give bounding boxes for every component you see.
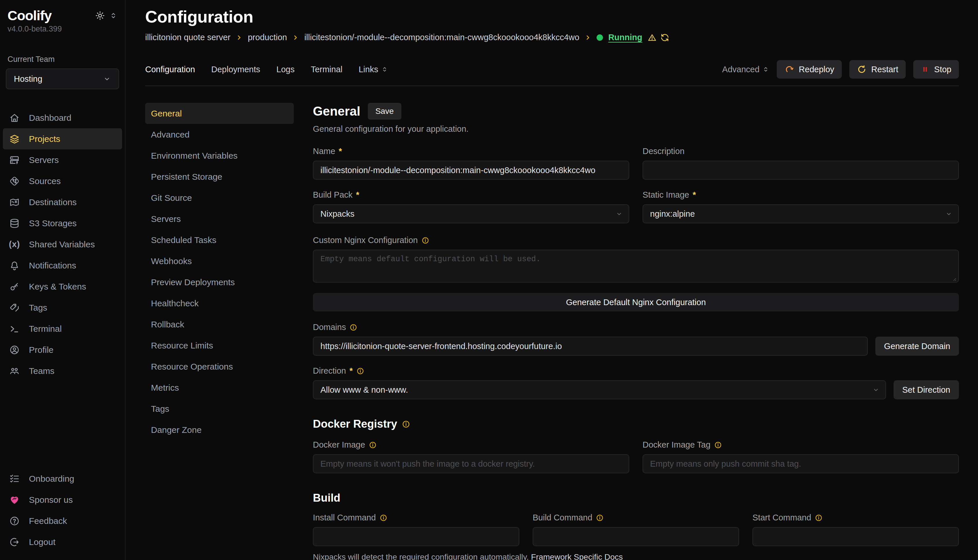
sidebar-item-label: Tags [29, 303, 47, 313]
sidebar-item-profile[interactable]: Profile [3, 339, 122, 360]
sidebar-item-teams[interactable]: Teams [3, 360, 122, 382]
subnav-item-healthcheck[interactable]: Healthcheck [145, 293, 294, 314]
framework-docs-link[interactable]: Framework Specific Docs [531, 552, 623, 560]
sidebar-item-tags[interactable]: Tags [3, 297, 122, 318]
status-running-link[interactable]: Running [608, 33, 642, 42]
sidebar-item-label: Servers [29, 155, 59, 165]
subnav-item-git-source[interactable]: Git Source [145, 187, 294, 208]
docker-image-label: Docker Image [313, 440, 365, 450]
subnav-item-resource-operations[interactable]: Resource Operations [145, 356, 294, 377]
stop-icon [921, 65, 930, 74]
home-icon [8, 112, 21, 123]
docker-registry-title: Docker Registry [313, 418, 397, 430]
stop-button[interactable]: Stop [913, 60, 959, 78]
sidebar-item-destinations[interactable]: Destinations [3, 192, 122, 213]
subnav-item-danger-zone[interactable]: Danger Zone [145, 419, 294, 440]
restart-icon [857, 65, 867, 74]
bell-icon [8, 260, 21, 271]
subnav-item-advanced[interactable]: Advanced [145, 124, 294, 145]
sidebar-item-label: Notifications [29, 261, 76, 270]
tab-links[interactable]: Links [359, 65, 388, 74]
description-input[interactable] [642, 161, 959, 180]
database-icon [8, 218, 21, 229]
version-selector-chevrons-icon[interactable] [109, 12, 117, 20]
server-icon [8, 155, 21, 165]
main-area: Configuration illicitonion quote server … [125, 0, 978, 560]
sidebar-item-terminal[interactable]: Terminal [3, 318, 122, 339]
build-command-label: Build Command [533, 513, 592, 522]
redeploy-button[interactable]: Redeploy [777, 60, 842, 78]
restart-button[interactable]: Restart [849, 60, 906, 78]
subnav-item-tags[interactable]: Tags [145, 398, 294, 419]
app-root: Coolify v4.0.0-beta.399 Current Team Hos… [0, 0, 978, 560]
refresh-icon[interactable] [660, 33, 669, 42]
sidebar-item-dashboard[interactable]: Dashboard [3, 107, 122, 128]
install-command-label: Install Command [313, 513, 376, 522]
domains-input[interactable] [313, 337, 868, 356]
breadcrumb-project[interactable]: illicitonion quote server [145, 33, 231, 42]
set-direction-button[interactable]: Set Direction [894, 380, 959, 399]
subnav-item-servers[interactable]: Servers [145, 208, 294, 230]
sidebar-item-label: Terminal [29, 324, 62, 334]
subnav-item-metrics[interactable]: Metrics [145, 377, 294, 398]
subnav-item-general[interactable]: General [145, 103, 294, 124]
direction-select[interactable]: Allow www & non-www. [313, 380, 886, 399]
install-command-input[interactable] [313, 527, 519, 546]
warning-triangle-icon[interactable] [647, 33, 657, 42]
build-pack-label: Build Pack [313, 190, 353, 200]
users-icon [8, 365, 21, 377]
save-button[interactable]: Save [368, 103, 401, 120]
generate-domain-button[interactable]: Generate Domain [875, 337, 959, 356]
subnav-item-preview-deployments[interactable]: Preview Deployments [145, 272, 294, 293]
sidebar-item-logout[interactable]: Logout [3, 532, 122, 552]
sidebar-item-sponsor-us[interactable]: Sponsor us [3, 489, 122, 510]
sidebar-item-servers[interactable]: Servers [3, 149, 122, 170]
tab-deployments[interactable]: Deployments [211, 65, 260, 74]
chevron-down-icon [615, 210, 623, 218]
docker-image-input[interactable] [313, 454, 629, 473]
info-icon [369, 441, 377, 449]
sidebar-item-onboarding[interactable]: Onboarding [3, 468, 122, 489]
sidebar-item-projects[interactable]: Projects [3, 128, 122, 149]
user-circle-icon [8, 345, 21, 355]
custom-nginx-textarea[interactable] [313, 250, 959, 283]
tab-terminal[interactable]: Terminal [311, 65, 343, 74]
static-image-select[interactable]: nginx:alpine [642, 204, 959, 223]
sidebar-item-label: Keys & Tokens [29, 282, 86, 292]
general-form: General Save General configuration for y… [313, 103, 959, 560]
build-command-input[interactable] [533, 527, 739, 546]
advanced-dropdown[interactable]: Advanced [722, 65, 769, 74]
tab-configuration[interactable]: Configuration [145, 65, 195, 74]
sidebar-item-notifications[interactable]: Notifications [3, 255, 122, 276]
subnav-item-environment-variables[interactable]: Environment Variables [145, 145, 294, 166]
chevron-up-down-icon [762, 66, 769, 73]
sidebar-item-keys-tokens[interactable]: Keys & Tokens [3, 276, 122, 297]
docker-image-tag-input[interactable] [642, 454, 959, 473]
breadcrumb-resource[interactable]: illicitestonion/-module--decomposition:m… [304, 33, 579, 42]
name-input[interactable] [313, 161, 629, 180]
sidebar-item-sources[interactable]: Sources [3, 170, 122, 192]
description-label: Description [642, 147, 684, 156]
sidebar: Coolify v4.0.0-beta.399 Current Team Hos… [0, 0, 125, 560]
sidebar-item-s3-storages[interactable]: S3 Storages [3, 213, 122, 234]
sidebar-item-feedback[interactable]: Feedback [3, 510, 122, 532]
breadcrumb-environment[interactable]: production [248, 33, 287, 42]
subnav-item-webhooks[interactable]: Webhooks [145, 250, 294, 272]
custom-nginx-label: Custom Nginx Configuration [313, 235, 418, 245]
team-select[interactable]: Hosting [6, 68, 119, 89]
theme-sun-icon[interactable] [95, 10, 105, 21]
subnav-item-rollback[interactable]: Rollback [145, 314, 294, 335]
subnav-item-resource-limits[interactable]: Resource Limits [145, 335, 294, 356]
section-title: General [313, 104, 360, 118]
subnav-item-persistent-storage[interactable]: Persistent Storage [145, 166, 294, 187]
resize-handle[interactable] [951, 276, 956, 282]
variables-icon: (x) [8, 240, 21, 249]
subnav-item-scheduled-tasks[interactable]: Scheduled Tasks [145, 230, 294, 250]
sidebar-item-shared-variables[interactable]: (x) Shared Variables [3, 234, 122, 255]
sidebar-item-label: Dashboard [29, 113, 72, 123]
heart-hands-icon [8, 494, 21, 505]
build-pack-select[interactable]: Nixpacks [313, 204, 629, 223]
start-command-input[interactable] [752, 527, 959, 546]
generate-nginx-button[interactable]: Generate Default Nginx Configuration [313, 293, 959, 312]
tab-logs[interactable]: Logs [276, 65, 295, 74]
